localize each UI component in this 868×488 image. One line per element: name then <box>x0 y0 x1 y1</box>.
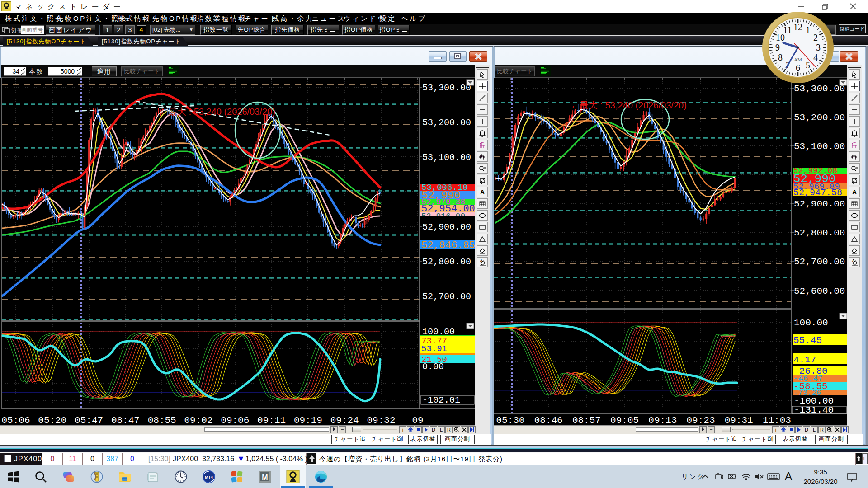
svg-text:08:47: 08:47 <box>111 415 140 426</box>
svg-text:M: M <box>262 474 268 481</box>
svg-text:11:03: 11:03 <box>763 415 791 426</box>
svg-text:AM: AM <box>794 57 802 62</box>
svg-text:52,800.00: 52,800.00 <box>422 257 471 267</box>
svg-text:53.91: 53.91 <box>421 344 447 354</box>
svg-text:12: 12 <box>793 22 802 32</box>
svg-text:09:05: 09:05 <box>610 415 639 426</box>
svg-text:09:11: 09:11 <box>257 415 286 426</box>
svg-text:2: 2 <box>813 33 818 42</box>
svg-text:0.00: 0.00 <box>422 361 444 372</box>
svg-text:09: 09 <box>412 415 423 426</box>
svg-text:53,100.00: 53,100.00 <box>422 152 471 163</box>
svg-text:55.45: 55.45 <box>793 335 822 346</box>
svg-text:-102.01: -102.01 <box>422 395 460 405</box>
svg-text:53,200.00: 53,200.00 <box>422 117 471 128</box>
svg-text:-131.40: -131.40 <box>794 405 834 415</box>
svg-text:05:47: 05:47 <box>75 415 103 426</box>
svg-text:52,846.85: 52,846.85 <box>421 240 475 251</box>
svg-text:52,900.00: 52,900.00 <box>794 199 845 209</box>
svg-text:53,300.00: 53,300.00 <box>794 84 845 94</box>
svg-text:53,200.00: 53,200.00 <box>794 113 845 123</box>
svg-text:6: 6 <box>796 63 800 73</box>
svg-text:A: A <box>480 188 485 196</box>
svg-text:52,600.00: 52,600.00 <box>794 286 845 296</box>
svg-text:08:57: 08:57 <box>572 415 601 426</box>
svg-text:1: 1 <box>806 25 810 35</box>
svg-text:09:19: 09:19 <box>294 415 322 426</box>
svg-text:9: 9 <box>775 42 780 52</box>
svg-text:100.00: 100.00 <box>794 318 828 328</box>
svg-text:52,900.00: 52,900.00 <box>422 222 471 232</box>
svg-text:08:46: 08:46 <box>534 415 563 426</box>
svg-text:05:20: 05:20 <box>38 415 66 426</box>
svg-text:05:30: 05:30 <box>496 415 524 426</box>
svg-text:08:55: 08:55 <box>148 415 176 426</box>
svg-text:09:13: 09:13 <box>648 415 677 426</box>
svg-text:09:23: 09:23 <box>686 415 715 426</box>
svg-text:←最大 : 53,240 (2026/03/20): ←最大 : 53,240 (2026/03/20) <box>571 100 687 110</box>
svg-text:←最大 : 53,240 (2026/03/20): ←最大 : 53,240 (2026/03/20) <box>159 107 275 117</box>
svg-text:09:02: 09:02 <box>184 415 212 426</box>
svg-text:09:24: 09:24 <box>330 415 359 426</box>
svg-text:09:06: 09:06 <box>221 415 249 426</box>
svg-text:09:32: 09:32 <box>367 415 395 426</box>
svg-text:52,947.58: 52,947.58 <box>793 188 842 198</box>
svg-text:5: 5 <box>806 60 810 70</box>
svg-text:53,300.00: 53,300.00 <box>422 83 471 93</box>
svg-text:8: 8 <box>778 52 783 62</box>
svg-text:52,700.00: 52,700.00 <box>794 257 845 267</box>
svg-text:52,800.00: 52,800.00 <box>794 228 845 238</box>
svg-text:53,100.00: 53,100.00 <box>794 141 845 152</box>
svg-text:05:06: 05:06 <box>1 415 30 426</box>
svg-text:3: 3 <box>816 42 821 52</box>
svg-text:4: 4 <box>813 52 818 62</box>
svg-text:52,916.00: 52,916.00 <box>421 212 465 221</box>
svg-text:MT4: MT4 <box>205 475 213 479</box>
svg-text:A: A <box>852 188 857 196</box>
svg-text:09:31: 09:31 <box>725 415 753 426</box>
svg-text:11: 11 <box>783 25 792 35</box>
svg-text:4.17: 4.17 <box>793 355 816 365</box>
svg-text:52,700.00: 52,700.00 <box>422 291 471 302</box>
